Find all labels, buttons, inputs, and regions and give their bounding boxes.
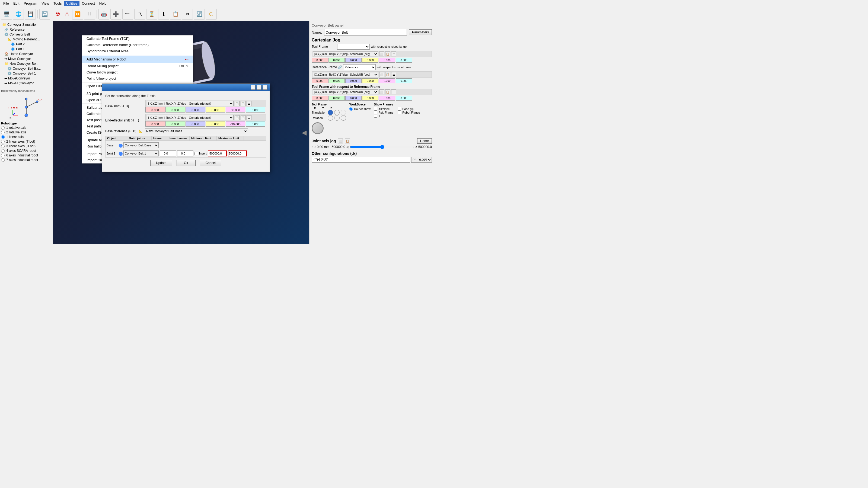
rf-rx[interactable]: 0.000 [362, 78, 378, 83]
rot-x-btn[interactable] [328, 115, 333, 121]
tool-frame-icon-btn3[interactable]: ☰ [391, 52, 396, 56]
tool-wrt-ref-icon-btn2[interactable]: 📋 [385, 90, 390, 94]
ee-z[interactable]: 0.000 [186, 121, 205, 127]
menu-edit[interactable]: Edit [11, 1, 22, 6]
ref-frame-select[interactable]: Reference [343, 64, 376, 70]
tree-item-conveyor-belt[interactable]: ⚙️ Conveyor Belt [0, 32, 53, 37]
menu-robot-milling[interactable]: Robot Milling project Ctrl+M [82, 63, 193, 69]
base-select[interactable]: Conveyor Belt Base [123, 142, 159, 148]
radio-2-rotative[interactable]: 2 rotative axis [1, 130, 52, 134]
jog-icon-btn2[interactable]: 📋 [345, 138, 350, 143]
ee-ry[interactable]: -90.000 [226, 121, 245, 127]
all-none-checkbox[interactable] [374, 107, 377, 110]
base-ref-select[interactable]: New Conveyor Belt Base [145, 128, 248, 134]
tree-item-part1[interactable]: 🔷 Part 1 [0, 46, 53, 52]
radio-3-linear-h[interactable]: 3 linear axes (H bot) [1, 144, 52, 148]
base-shift-paste-btn[interactable]: 📋 [241, 101, 246, 106]
base-shift-menu-btn[interactable]: ☰ [247, 101, 251, 106]
toolbar-btn-sync[interactable]: 🔄 [194, 9, 205, 20]
toolbar-btn-io[interactable]: IO [182, 9, 193, 20]
robot-flange-checkbox[interactable] [398, 110, 401, 114]
tf-ry[interactable]: 0.000 [379, 58, 395, 63]
radio-6-industrial[interactable]: 6 axes industrial robot [1, 154, 52, 157]
rf-ry[interactable]: 0.000 [379, 78, 395, 83]
end-effector-copy-btn[interactable]: 📋 [235, 115, 240, 120]
toolbar-btn-play[interactable]: ⏩ [72, 9, 83, 20]
tree-item-moving-ref[interactable]: 📐 Moving Referenc... [0, 37, 53, 42]
tool-wrt-ref-icon-btn3[interactable]: ☰ [391, 90, 396, 94]
toolbar-btn-new[interactable]: 🖥️ [1, 9, 12, 20]
rf-x[interactable]: 0.000 [312, 78, 328, 83]
twr-z[interactable]: 0.000 [345, 96, 362, 101]
ref-frame-checkbox[interactable] [374, 110, 377, 114]
tool-wrt-ref-icon-btn1[interactable]: ⬜ [379, 90, 384, 94]
jog-slider[interactable] [350, 145, 414, 149]
tf-y[interactable]: 0.000 [329, 58, 345, 63]
twr-rz[interactable]: 0.000 [396, 96, 412, 101]
nav-arrow-right[interactable]: ◀ [302, 129, 307, 136]
rot-y-btn[interactable] [334, 115, 340, 121]
toolbar-btn-curve[interactable]: 〽 [134, 9, 145, 20]
toolbar-btn-robot[interactable]: 🤖 [98, 9, 109, 20]
tool-frame-icon-btn1[interactable]: ⬜ [379, 52, 384, 56]
trans-z-btn[interactable] [341, 110, 346, 115]
dialog-maximize-btn[interactable]: □ [257, 85, 261, 90]
tree-item-move-conveyor-2[interactable]: ➡ MoveConveyor [0, 76, 53, 81]
menu-view[interactable]: View [39, 1, 51, 6]
rf-rz[interactable]: 0.000 [396, 78, 412, 83]
dialog-close-btn[interactable]: ✕ [262, 85, 268, 90]
tree-item-new-conveyor[interactable]: 📁 New Conveyor Be... [0, 61, 53, 66]
joint1-build[interactable] [160, 151, 176, 156]
ref-frame-icon-btn2[interactable]: 📋 [385, 72, 390, 77]
name-input[interactable] [324, 29, 407, 35]
twr-ry[interactable]: 0.000 [379, 96, 395, 101]
tool-frame-icon-btn2[interactable]: 📋 [385, 52, 390, 56]
ref-frame-format-select[interactable]: [X,Y,Z]mm | Rot[X,Y',Z'']deg - Stäubli/U… [313, 72, 378, 77]
radio-2-linear-t[interactable]: 2 linear axes (T bot) [1, 140, 52, 143]
toolbar-btn-globe[interactable]: 🌐 [13, 9, 24, 20]
jog-home-btn[interactable]: Home [417, 138, 432, 144]
tree-item-root[interactable]: 📁 Conveyor-Simulatio [0, 22, 53, 27]
radio-1-rotative[interactable]: 1 rotative axis [1, 126, 52, 130]
update-btn[interactable]: Update [150, 160, 172, 166]
tf-rz[interactable]: 0.000 [396, 58, 412, 63]
ee-x[interactable]: 0.000 [145, 121, 165, 127]
tool-frame-select[interactable] [337, 44, 370, 50]
ee-rx[interactable]: 0.000 [206, 121, 225, 127]
menu-calibrate-tcp[interactable]: Calibrate Tool Frame (TCP) [82, 35, 193, 42]
menu-utilities[interactable]: Utilities [64, 1, 80, 6]
menu-tools[interactable]: Tools [51, 1, 64, 6]
joint1-home[interactable] [177, 151, 193, 156]
tree-item-reference[interactable]: 🔗 Reference [0, 27, 53, 32]
base-shift-z[interactable]: 0.000 [186, 107, 205, 112]
rot-z-btn[interactable] [341, 115, 346, 121]
twr-x[interactable]: 0.000 [312, 96, 328, 101]
tf-z[interactable]: 0.000 [345, 58, 362, 63]
menu-point-follow[interactable]: Point follow project [82, 75, 193, 82]
tf-rx[interactable]: 0.000 [362, 58, 378, 63]
rf-z[interactable]: 0.000 [345, 78, 362, 83]
one-checkbox[interactable] [374, 114, 377, 118]
menu-program[interactable]: Program [22, 1, 39, 6]
joint1-invert-checkbox[interactable] [194, 152, 198, 155]
tree-item-move-conveyor[interactable]: ➡ Move Conveyor [0, 56, 53, 61]
twr-y[interactable]: 0.000 [329, 96, 345, 101]
base-shift-ry[interactable]: 90.000 [226, 107, 245, 112]
tree-item-part2[interactable]: 🔷 Part 2 [0, 42, 53, 46]
params-btn[interactable]: Parameters [409, 29, 432, 35]
menu-curve-follow[interactable]: Curve follow project [82, 69, 193, 75]
rf-y[interactable]: 0.000 [329, 78, 345, 83]
ref-frame-icon-btn3[interactable]: ☰ [391, 72, 396, 77]
dialog-minimize-btn[interactable]: ─ [251, 85, 255, 90]
toolbar-btn-save[interactable]: 💾 [25, 9, 36, 20]
radio-4-scara[interactable]: 4 axes SCARA robot [1, 149, 52, 153]
toolbar-btn-cube[interactable]: ⬡ [206, 9, 217, 20]
trans-y-btn[interactable] [334, 110, 340, 115]
tree-item-movej[interactable]: ➡ MoveJ (Conveyor... [0, 81, 53, 86]
end-effector-format-select[interactable]: [ X,Y,Z ]mm | Rot[X,Y ,Z ]deg - Generic … [147, 115, 234, 120]
toolbar-btn-info[interactable]: ℹ [158, 9, 169, 20]
menu-add-mechanism[interactable]: Add Mechanism or Robot ⇐ [82, 56, 193, 63]
base-checkbox[interactable] [398, 107, 401, 110]
base-shift-rx[interactable]: 0.000 [206, 107, 225, 112]
menu-calibrate-ref[interactable]: Calibrate Reference frame (User frame) [82, 42, 193, 48]
